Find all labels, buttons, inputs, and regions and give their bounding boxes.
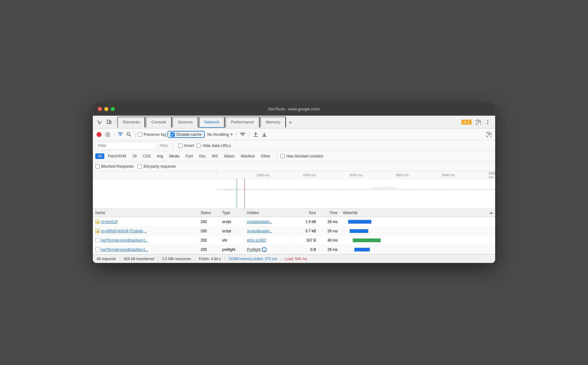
settings-button[interactable] — [474, 118, 483, 126]
separator3 — [135, 131, 135, 138]
type-filter-media[interactable]: Media — [167, 153, 182, 159]
type-filter-manifest[interactable]: Manifest — [238, 153, 257, 159]
minimize-button[interactable] — [104, 107, 108, 111]
more-tabs-button[interactable]: » — [287, 119, 294, 125]
timeline-area: 1000 ms 2000 ms 3000 ms 4000 ms 5000 ms … — [93, 171, 495, 208]
table-row[interactable]: 🔒 m=bm51tf 200 script moduleloader... 1.… — [93, 217, 495, 226]
timeline-vline-blue — [237, 179, 237, 208]
dashed-line-1 — [217, 189, 495, 190]
separator7 — [276, 153, 277, 159]
record-button[interactable] — [95, 131, 103, 138]
wifi-icon[interactable] — [239, 131, 247, 138]
row2-type: script — [220, 229, 244, 233]
header-initiator: Initiator — [244, 211, 294, 215]
dashed-line-2 — [226, 190, 232, 190]
disable-cache-checkbox[interactable]: Disable cache — [171, 132, 202, 137]
third-party-checkbox[interactable]: 3rd-party requests — [137, 164, 176, 169]
row2-size: 3.7 kB — [294, 229, 319, 233]
blocked-requests-checkbox[interactable]: Blocked Requests — [95, 164, 134, 169]
plain-icon — [95, 238, 100, 243]
tab-performance[interactable]: Performance — [225, 117, 259, 128]
timeline-header: 1000 ms 2000 ms 3000 ms 4000 ms 5000 ms … — [93, 171, 495, 179]
type-filter-wasm[interactable]: Wasm — [222, 153, 237, 159]
filter-label: Filter — [160, 144, 168, 148]
download-icon[interactable] — [261, 131, 268, 138]
row3-size: 167 B — [294, 238, 319, 243]
row1-waterfall — [340, 217, 495, 226]
timeline-vline-red — [244, 179, 245, 208]
device-icon[interactable] — [105, 118, 113, 126]
type-filter-doc[interactable]: Doc — [197, 153, 208, 159]
row2-time: 26 ms — [319, 229, 340, 233]
waterfall-bar — [350, 229, 368, 233]
table-row[interactable]: log?format=json&hasfast=t... 200 preflig… — [93, 245, 495, 254]
type-filter-other[interactable]: Other — [258, 153, 273, 159]
type-filter-row: All Fetch/XHR JS CSS Img Media Font Doc … — [93, 151, 495, 161]
svg-point-5 — [127, 133, 130, 135]
preserve-log-checkbox[interactable]: Preserve log — [138, 132, 166, 137]
separator5 — [249, 131, 249, 138]
row1-initiator: moduleloader... — [244, 220, 294, 224]
throttle-control[interactable]: No throttling ▼ — [207, 132, 233, 137]
status-load: Load: 545 ms — [281, 257, 311, 261]
row2-status: 200 — [198, 229, 220, 233]
close-button[interactable] — [98, 107, 102, 111]
status-transferred: 929 kB transferred — [120, 257, 158, 261]
header-waterfall: Waterfall — [340, 211, 495, 215]
row1-time: 28 ms — [319, 220, 340, 224]
status-dom-content-loaded: DOMContentLoaded: 270 ms — [225, 257, 281, 261]
row4-initiator: Preflight ↑ — [244, 247, 294, 252]
status-requests: 46 requests — [97, 257, 120, 261]
titlebar: DevTools - www.google.com/ — [93, 102, 495, 116]
svg-rect-0 — [107, 120, 110, 124]
separator2 — [114, 131, 114, 138]
type-filter-img[interactable]: Img — [154, 153, 166, 159]
upload-icon[interactable] — [252, 131, 259, 138]
traffic-lights — [98, 107, 115, 111]
network-toolbar: Preserve log Disable cache No throttling… — [93, 129, 495, 140]
window-title: DevTools - www.google.com/ — [268, 107, 320, 111]
tab-elements[interactable]: Elements — [117, 117, 145, 128]
tab-network[interactable]: Network — [199, 117, 225, 128]
row3-initiator: xhrio.js:683 — [244, 238, 294, 243]
row3-type: xhr — [220, 238, 244, 243]
search-button[interactable] — [125, 131, 132, 138]
row1-size: 1.5 kB — [294, 220, 319, 224]
table-header: Name Status Type Initiator Size Time Wat… — [93, 208, 495, 217]
maximize-button[interactable] — [111, 107, 115, 111]
dashed-line-right — [371, 188, 396, 188]
type-filter-js[interactable]: JS — [130, 153, 139, 159]
lock-icon: 🔒 — [95, 229, 100, 233]
invert-checkbox[interactable]: Invert — [178, 143, 194, 148]
row4-type: preflight — [220, 247, 244, 252]
more-options-button[interactable] — [485, 118, 490, 126]
svg-point-4 — [487, 123, 488, 124]
filter-input[interactable] — [95, 142, 157, 149]
tick-2000: 2000 ms — [303, 173, 316, 177]
waterfall-bar — [353, 238, 381, 242]
type-filter-css[interactable]: CSS — [141, 153, 153, 159]
type-filter-xhr[interactable]: Fetch/XHR — [106, 153, 129, 159]
type-filter-all[interactable]: All — [95, 153, 104, 159]
svg-point-3 — [487, 122, 488, 122]
tab-bar: Elements Console Sources Network Perform… — [93, 116, 495, 129]
network-settings-icon[interactable] — [485, 131, 493, 138]
tab-console[interactable]: Console — [146, 117, 172, 128]
timeline-spacer — [93, 171, 217, 178]
has-blocked-cookies-checkbox[interactable]: Has blocked cookies — [280, 154, 323, 158]
row4-name-cell: log?format=json&hasfast=t... — [93, 247, 198, 252]
filter-button[interactable] — [117, 131, 124, 138]
table-row[interactable]: log?format=json&hasfast=t... 200 xhr xhr… — [93, 236, 495, 245]
tick-3000: 3000 ms — [349, 173, 362, 177]
type-filter-ws[interactable]: WS — [210, 153, 220, 159]
hide-data-urls-checkbox[interactable]: Hide data URLs — [197, 143, 231, 148]
clear-button[interactable] — [104, 131, 111, 138]
notification-badge[interactable]: ⚠ 1 — [461, 120, 472, 125]
type-filter-font[interactable]: Font — [183, 153, 195, 159]
table-row[interactable]: 🔒 m=Wt6vjf,hhhU8,FCpbqb,... 200 script m… — [93, 226, 495, 236]
preflight-icon: ↑ — [262, 247, 267, 252]
tab-memory[interactable]: Memory — [260, 117, 286, 128]
tab-sources[interactable]: Sources — [172, 117, 198, 128]
inspector-icon[interactable] — [95, 118, 104, 126]
header-status: Status — [198, 211, 220, 215]
